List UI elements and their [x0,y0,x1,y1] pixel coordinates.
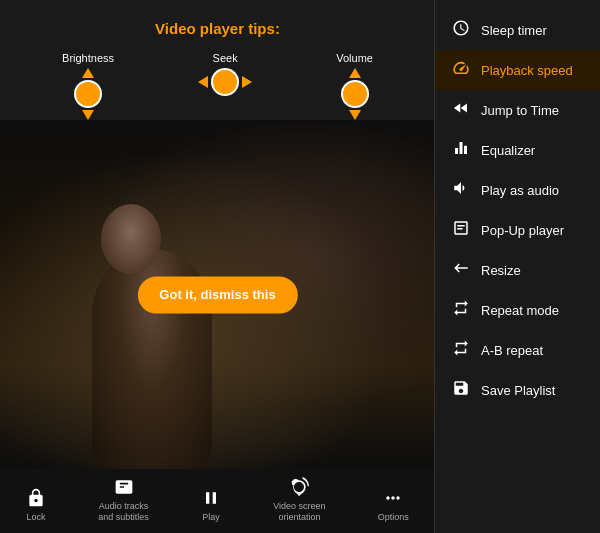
more-icon [383,488,403,508]
jump-to-time-label: Jump to Time [481,103,559,118]
brightness-down-arrow [82,110,94,120]
subtitles-icon [114,477,134,497]
resize-icon [451,259,471,281]
left-panel: Video player tips: Brightness Seek Volum… [0,0,435,533]
gesture-volume: Volume [336,52,373,120]
save-icon [451,379,471,401]
speed-icon [451,59,471,81]
ab-icon [451,339,471,361]
menu-item-ab-repeat[interactable]: A-B repeat [435,330,600,370]
video-container: Got it, dismiss this [0,120,435,469]
menu-item-popup-player[interactable]: Pop-Up player [435,210,600,250]
popup-icon [451,219,471,241]
volume-arrows [341,68,369,120]
lock-icon [26,488,46,508]
brightness-arrows [74,68,102,120]
control-lock[interactable]: Lock [26,488,46,523]
save-playlist-label: Save Playlist [481,383,555,398]
brightness-thumb [74,80,102,108]
menu-item-sleep-timer[interactable]: Sleep timer [435,10,600,50]
gesture-brightness: Brightness [62,52,114,120]
equalizer-label: Equalizer [481,143,535,158]
volume-down-arrow [349,110,361,120]
control-play[interactable]: Play [201,488,221,523]
brightness-label: Brightness [62,52,114,64]
menu-item-resize[interactable]: Resize [435,250,600,290]
menu-item-save-playlist[interactable]: Save Playlist [435,370,600,410]
repeat-icon [451,299,471,321]
brightness-up-arrow [82,68,94,78]
lock-label: Lock [27,512,46,523]
bottom-controls: Lock Audio tracks and subtitles Play Vid… [0,469,435,533]
control-options[interactable]: Options [378,488,409,523]
popup-player-label: Pop-Up player [481,223,564,238]
volume-up-arrow [349,68,361,78]
menu-item-equalizer[interactable]: Equalizer [435,130,600,170]
orientation-label: Video screen orientation [273,501,325,523]
timer-icon [451,19,471,41]
video-head [101,204,161,274]
playback-speed-label: Playback speed [481,63,573,78]
rotate-icon [289,477,309,497]
audio-icon [451,179,471,201]
repeat-mode-label: Repeat mode [481,303,559,318]
pause-icon [201,488,221,508]
menu-item-playback-speed[interactable]: Playback speed [435,50,600,90]
seek-thumb [211,68,239,96]
jump-icon [451,99,471,121]
seek-right-arrow [242,76,252,88]
volume-label: Volume [336,52,373,64]
resize-label: Resize [481,263,521,278]
control-orientation[interactable]: Video screen orientation [273,477,325,523]
video-background: Got it, dismiss this [0,120,435,469]
volume-thumb [341,80,369,108]
menu-item-repeat-mode[interactable]: Repeat mode [435,290,600,330]
menu-item-play-as-audio[interactable]: Play as audio [435,170,600,210]
menu-item-jump-to-time[interactable]: Jump to Time [435,90,600,130]
subtitles-label: Audio tracks and subtitles [98,501,149,523]
gesture-area: Brightness Seek Volume [0,47,435,120]
eq-icon [451,139,471,161]
play-as-audio-label: Play as audio [481,183,559,198]
seek-arrows [198,68,252,96]
right-panel: Sleep timer Playback speed Jump to Time … [435,0,600,533]
gesture-seek: Seek [198,52,252,96]
seek-label: Seek [213,52,238,64]
seek-left-arrow [198,76,208,88]
dismiss-button[interactable]: Got it, dismiss this [137,276,297,313]
options-label: Options [378,512,409,523]
sleep-timer-label: Sleep timer [481,23,547,38]
tips-header: Video player tips: [0,0,435,47]
control-subtitles[interactable]: Audio tracks and subtitles [98,477,149,523]
ab-repeat-label: A-B repeat [481,343,543,358]
play-label: Play [202,512,220,523]
